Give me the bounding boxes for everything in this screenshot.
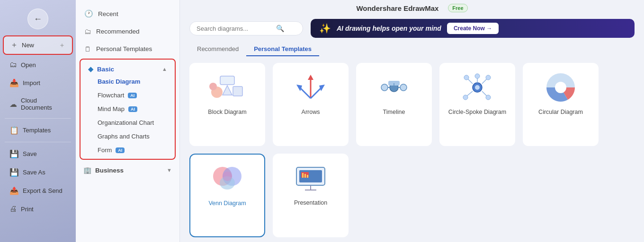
middle-nav-personal-label: Personal Templates xyxy=(96,45,152,52)
diagram-card-arrows[interactable]: Arrows xyxy=(273,63,349,146)
ai-banner: ✨ AI drawing helps open your mind Create… xyxy=(311,19,635,38)
sidebar-divider-2 xyxy=(5,142,71,142)
svg-point-34 xyxy=(223,172,232,181)
print-icon: 🖨 xyxy=(9,205,17,213)
ai-banner-icon: ✨ xyxy=(319,23,331,34)
sidebar-item-open-label: Open xyxy=(21,61,36,69)
business-section-title: Business xyxy=(95,167,124,174)
svg-marker-8 xyxy=(296,85,302,91)
middle-nav-recent-label: Recent xyxy=(98,10,118,17)
sidebar-item-cloud[interactable]: ☁ Cloud Documents xyxy=(3,93,73,115)
circle-spoke-image xyxy=(458,71,496,104)
svg-rect-38 xyxy=(302,173,304,178)
sidebar-item-save[interactable]: 💾 Save xyxy=(3,146,73,162)
flowchart-ai-badge: AI xyxy=(128,93,137,98)
sub-item-orgchart[interactable]: Organizational Chart xyxy=(80,116,175,130)
arrows-image xyxy=(292,71,330,104)
templates-icon: 📋 xyxy=(9,126,19,135)
basic-section-title: Basic xyxy=(97,66,114,73)
cloud-icon: ☁ xyxy=(9,100,17,109)
diagram-card-venn[interactable]: Venn Diagram xyxy=(189,154,265,238)
arrows-label: Arrows xyxy=(302,109,320,115)
recent-icon: 🕐 xyxy=(84,9,93,18)
presentation-label: Presentation xyxy=(294,199,327,206)
svg-rect-39 xyxy=(304,174,306,178)
timeline-image xyxy=(375,71,413,104)
middle-nav-recent[interactable]: 🕐 Recent xyxy=(76,5,179,23)
personal-icon: 🗒 xyxy=(84,45,91,53)
sidebar-item-new[interactable]: ＋ New ＋ xyxy=(3,35,73,55)
circular-image xyxy=(542,71,580,104)
sub-item-mindmap[interactable]: Mind Map AI xyxy=(80,102,175,116)
svg-line-26 xyxy=(482,79,487,84)
circle-spoke-label: Circle-Spoke Diagram xyxy=(448,109,506,115)
search-input[interactable] xyxy=(197,25,272,32)
sidebar-item-export-label: Export & Send xyxy=(23,187,63,194)
svg-rect-0 xyxy=(220,76,234,85)
basic-section: ◆ Basic ▲ Basic Diagram Flowchart AI Min… xyxy=(80,59,176,160)
svg-line-22 xyxy=(482,91,487,96)
svg-point-4 xyxy=(209,83,217,90)
sidebar-item-print[interactable]: 🖨 Print xyxy=(3,201,73,217)
import-icon: 📥 xyxy=(9,78,19,87)
sidebar-item-templates[interactable]: 📋 Templates xyxy=(3,122,73,138)
saveas-icon: 💾 xyxy=(9,168,19,177)
business-section-header[interactable]: 🏢 Business ▼ xyxy=(76,163,179,178)
timeline-label: Timeline xyxy=(383,109,405,115)
sub-item-orgchart-label: Organizational Chart xyxy=(98,119,154,126)
sidebar: ← ＋ New ＋ 🗂 Open 📥 Import ☁ Cloud Docume… xyxy=(0,0,76,242)
chevron-up-icon: ▲ xyxy=(162,66,167,72)
middle-nav-recommended[interactable]: 🗂 Recommended xyxy=(76,23,179,40)
tab-personal[interactable]: Personal Templates xyxy=(246,43,319,56)
diagram-card-presentation[interactable]: Presentation xyxy=(273,154,349,238)
ai-banner-text: AI drawing helps open your mind xyxy=(337,25,441,32)
plus-icon: ＋ xyxy=(10,40,18,50)
export-icon: 📤 xyxy=(9,186,19,195)
svg-point-21 xyxy=(475,74,480,78)
block-diagram-label: Block Diagram xyxy=(208,109,246,115)
search-icon: 🔍 xyxy=(276,25,284,32)
svg-marker-10 xyxy=(319,85,325,91)
top-bar: Wondershare EdrawMax Free xyxy=(180,0,644,16)
middle-panel: 🕐 Recent 🗂 Recommended 🗒 Personal Templa… xyxy=(76,0,180,242)
svg-point-27 xyxy=(486,75,491,80)
sidebar-item-saveas[interactable]: 💾 Save As xyxy=(3,164,73,181)
sidebar-item-export[interactable]: 📤 Export & Send xyxy=(3,182,73,199)
svg-marker-6 xyxy=(308,75,313,80)
sidebar-item-open[interactable]: 🗂 Open xyxy=(3,57,73,73)
circular-label: Circular Diagram xyxy=(538,109,583,115)
diagram-card-timeline[interactable]: Timeline xyxy=(356,63,432,146)
svg-point-13 xyxy=(400,84,407,91)
basic-section-header[interactable]: ◆ Basic ▲ xyxy=(80,61,175,75)
search-box[interactable]: 🔍 xyxy=(189,21,303,35)
ai-create-button[interactable]: Create Now → xyxy=(447,23,499,34)
diagram-card-block[interactable]: Block Diagram xyxy=(189,63,265,146)
venn-label: Venn Diagram xyxy=(208,200,246,207)
save-icon: 💾 xyxy=(9,149,19,158)
sub-item-flowchart[interactable]: Flowchart AI xyxy=(80,88,175,102)
sub-item-mindmap-label: Mind Map xyxy=(98,105,125,112)
back-button[interactable]: ← xyxy=(27,9,48,29)
svg-point-19 xyxy=(475,85,480,90)
sub-item-graphs[interactable]: Graphs and Charts xyxy=(80,130,175,143)
middle-nav-personal[interactable]: 🗒 Personal Templates xyxy=(76,40,179,58)
sub-item-form[interactable]: Form AI xyxy=(80,143,175,157)
nav-tabs: Recommended Personal Templates xyxy=(180,43,644,56)
main-content: Wondershare EdrawMax Free 🔍 ✨ AI drawing… xyxy=(180,0,644,242)
sidebar-item-import-label: Import xyxy=(23,79,40,86)
sub-item-form-label: Form xyxy=(98,147,112,154)
tab-recommended[interactable]: Recommended xyxy=(189,43,246,56)
search-bar-row: 🔍 ✨ AI drawing helps open your mind Crea… xyxy=(180,16,644,43)
sidebar-item-print-label: Print xyxy=(21,206,34,213)
diagram-card-circle-spoke[interactable]: Circle-Spoke Diagram xyxy=(439,63,515,146)
middle-nav-recommended-label: Recommended xyxy=(96,28,140,35)
sub-item-basic-diagram[interactable]: Basic Diagram xyxy=(80,75,175,88)
sidebar-item-save-label: Save xyxy=(23,150,37,157)
sidebar-divider-1 xyxy=(5,118,71,119)
svg-line-24 xyxy=(467,91,473,96)
venn-image xyxy=(208,162,246,195)
sub-item-flowchart-label: Flowchart xyxy=(98,92,124,99)
sidebar-item-import[interactable]: 📥 Import xyxy=(3,75,73,91)
diagram-card-circular[interactable]: Circular Diagram xyxy=(523,63,599,146)
svg-point-29 xyxy=(464,75,469,80)
